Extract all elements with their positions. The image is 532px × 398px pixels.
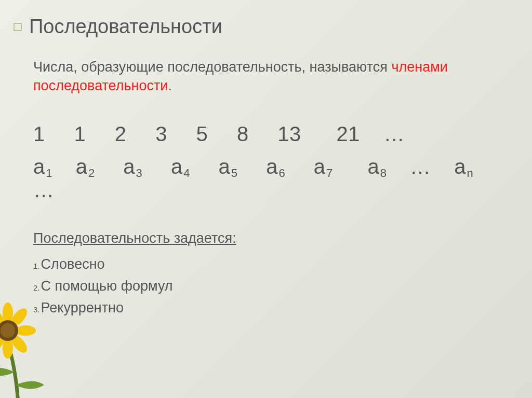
svg-point-5	[3, 338, 13, 359]
list-item: 3.Рекуррентно	[33, 297, 506, 319]
list-number: 3.	[33, 305, 40, 314]
slide: Последовательности Числа, образующие пос…	[0, 0, 532, 398]
svg-point-9	[0, 320, 18, 341]
content-area: Числа, образующие последовательность, на…	[0, 58, 532, 319]
sequence-values-row: 1 1 2 3 5 8 13 21 …	[33, 122, 506, 146]
definition-part1: Числа, образующие последовательность, на…	[33, 59, 391, 75]
list-item: 1.Словесно	[33, 254, 506, 276]
seq-val: 2	[115, 122, 127, 146]
list-item: 2.С помощью формул	[33, 276, 506, 297]
seq-val: 1	[33, 122, 45, 146]
list-item-text: Рекуррентно	[41, 300, 124, 315]
seq-val: 5	[196, 122, 208, 146]
seq-ellipsis: …	[33, 179, 54, 202]
seq-val: 1	[74, 122, 86, 146]
seq-val: 8	[237, 122, 249, 146]
seq-val: 13	[277, 122, 301, 146]
svg-point-7	[0, 325, 1, 336]
seq-val: 21	[336, 122, 360, 146]
seq-ellipsis: …	[410, 155, 431, 179]
list-item-text: Словесно	[41, 256, 105, 272]
seq-label: an	[454, 155, 473, 179]
svg-point-3	[15, 325, 36, 336]
seq-label: a7	[314, 155, 333, 179]
seq-label: a3	[123, 155, 142, 179]
seq-val: 3	[155, 122, 167, 146]
sequence-labels-row: a1 a2 a3 a4 a5 a6 a7 a8 … an …	[33, 155, 506, 202]
seq-label: a2	[76, 155, 95, 179]
slide-title: Последовательности	[29, 16, 222, 38]
definition-part2: .	[168, 78, 172, 93]
title-row: Последовательности	[0, 16, 532, 38]
methods-title: Последовательность задается:	[33, 230, 506, 246]
definition-text: Числа, образующие последовательность, на…	[33, 58, 506, 95]
svg-point-4	[8, 333, 30, 355]
list-number: 1.	[33, 262, 40, 270]
seq-label: a6	[266, 155, 285, 179]
seq-label: a5	[219, 155, 238, 179]
seq-label: a4	[171, 155, 190, 179]
methods-list: 1.Словесно 2.С помощью формул 3.Рекуррен…	[33, 254, 506, 319]
seq-label: a8	[367, 155, 387, 179]
svg-point-10	[1, 323, 15, 338]
list-number: 2.	[33, 283, 40, 292]
svg-point-6	[0, 333, 7, 355]
seq-ellipsis: …	[384, 122, 405, 146]
list-item-text: С помощью формул	[41, 278, 173, 294]
seq-label: a1	[33, 155, 52, 179]
bullet-square-icon	[14, 23, 22, 31]
svg-point-0	[0, 320, 18, 341]
